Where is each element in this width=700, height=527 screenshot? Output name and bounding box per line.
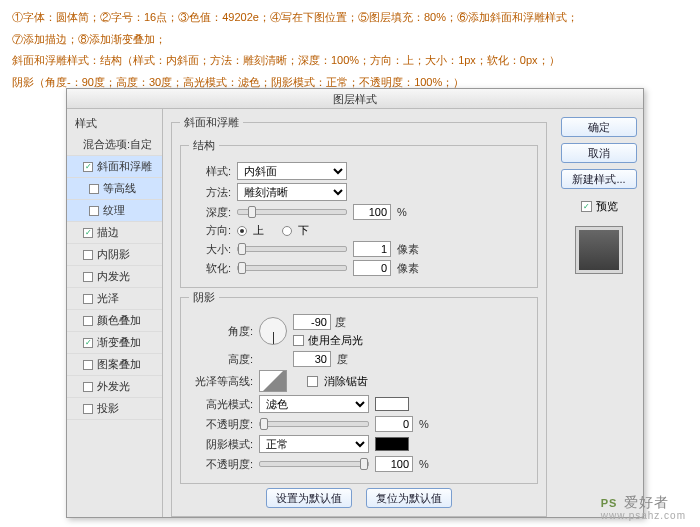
gloss-label: 光泽等高线: <box>189 374 253 389</box>
watermark: PS 爱好者 www.psahz.com <box>601 489 686 521</box>
angle-dial[interactable] <box>259 317 287 345</box>
sidebar-item-texture[interactable]: 纹理 <box>67 200 162 222</box>
sidebar-item-dropshadow[interactable]: 投影 <box>67 398 162 420</box>
checkbox-icon[interactable]: ✓ <box>83 338 93 348</box>
dialog-buttons: 确定 取消 新建样式... ✓ 预览 <box>555 109 643 517</box>
sidebar-item-coloroverlay[interactable]: 颜色叠加 <box>67 310 162 332</box>
method-label: 方法: <box>189 185 231 200</box>
checkbox-icon[interactable] <box>83 272 93 282</box>
sidebar-item-satin[interactable]: 光泽 <box>67 288 162 310</box>
size-label: 大小: <box>189 242 231 257</box>
sidebar-item-contour[interactable]: 等高线 <box>67 178 162 200</box>
angle-label: 角度: <box>189 324 253 339</box>
cancel-button[interactable]: 取消 <box>561 143 637 163</box>
direction-up-radio[interactable] <box>237 226 247 236</box>
checkbox-icon[interactable] <box>83 404 93 414</box>
new-style-button[interactable]: 新建样式... <box>561 169 637 189</box>
sidebar-item-gradientoverlay[interactable]: ✓渐变叠加 <box>67 332 162 354</box>
sidebar-item-innershadow[interactable]: 内阴影 <box>67 244 162 266</box>
structure-legend: 结构 <box>189 138 219 153</box>
highlight-opacity-input[interactable] <box>375 416 413 432</box>
style-select[interactable]: 内斜面 <box>237 162 347 180</box>
direction-label: 方向: <box>189 223 231 238</box>
checkbox-icon[interactable] <box>83 250 93 260</box>
checkbox-icon[interactable] <box>83 316 93 326</box>
checkbox-icon[interactable] <box>83 294 93 304</box>
highlight-color-swatch[interactable] <box>375 397 409 411</box>
note-line-1: ①字体：圆体简；②字号：16点；③色值：49202e；④写在下图位置；⑤图层填充… <box>12 9 688 27</box>
ok-button[interactable]: 确定 <box>561 117 637 137</box>
soften-slider[interactable] <box>237 265 347 271</box>
depth-input[interactable] <box>353 204 391 220</box>
sidebar-item-patternoverlay[interactable]: 图案叠加 <box>67 354 162 376</box>
sidebar-header: 样式 <box>67 113 162 134</box>
sidebar-blend-options[interactable]: 混合选项:自定 <box>67 134 162 156</box>
shadow-opacity-input[interactable] <box>375 456 413 472</box>
highlight-mode-select[interactable]: 滤色 <box>259 395 369 413</box>
reset-default-button[interactable]: 复位为默认值 <box>366 488 452 508</box>
checkbox-icon[interactable] <box>89 206 99 216</box>
highlight-mode-label: 高光模式: <box>189 397 253 412</box>
size-slider[interactable] <box>237 246 347 252</box>
angle-input[interactable] <box>293 314 331 330</box>
soften-input[interactable] <box>353 260 391 276</box>
note-line-3: 斜面和浮雕样式：结构（样式：内斜面；方法：雕刻清晰；深度：100%；方向：上；大… <box>12 52 688 70</box>
sidebar-item-outerglow[interactable]: 外发光 <box>67 376 162 398</box>
preview-label: 预览 <box>596 199 618 214</box>
shadow-mode-label: 阴影模式: <box>189 437 253 452</box>
style-label: 样式: <box>189 164 231 179</box>
checkbox-icon[interactable] <box>89 184 99 194</box>
checkbox-icon[interactable]: ✓ <box>83 162 93 172</box>
sidebar-item-bevel[interactable]: ✓斜面和浮雕 <box>67 156 162 178</box>
altitude-label: 高度: <box>189 352 253 367</box>
note-line-2: ⑦添加描边；⑧添加渐变叠加； <box>12 31 688 49</box>
highlight-opacity-slider[interactable] <box>259 421 369 427</box>
checkbox-icon[interactable] <box>83 360 93 370</box>
sidebar-item-innerglow[interactable]: 内发光 <box>67 266 162 288</box>
shadow-opacity-label: 不透明度: <box>189 457 253 472</box>
shadow-mode-select[interactable]: 正常 <box>259 435 369 453</box>
method-select[interactable]: 雕刻清晰 <box>237 183 347 201</box>
preview-checkbox[interactable]: ✓ <box>581 201 592 212</box>
shadow-opacity-slider[interactable] <box>259 461 369 467</box>
main-panel: 斜面和浮雕 结构 样式: 内斜面 方法: 雕刻清晰 深度: <box>163 109 555 517</box>
global-light-checkbox[interactable] <box>293 335 304 346</box>
depth-slider[interactable] <box>237 209 347 215</box>
size-input[interactable] <box>353 241 391 257</box>
depth-label: 深度: <box>189 205 231 220</box>
bevel-fieldset: 斜面和浮雕 结构 样式: 内斜面 方法: 雕刻清晰 深度: <box>171 115 547 517</box>
layer-style-dialog: 图层样式 样式 混合选项:自定 ✓斜面和浮雕 等高线 纹理 ✓描边 内阴影 内发… <box>66 88 644 518</box>
shading-fieldset: 阴影 角度: 度 使用全局光 <box>180 290 538 484</box>
instruction-notes: ①字体：圆体简；②字号：16点；③色值：49202e；④写在下图位置；⑤图层填充… <box>0 0 700 101</box>
soften-label: 软化: <box>189 261 231 276</box>
structure-fieldset: 结构 样式: 内斜面 方法: 雕刻清晰 深度: % <box>180 138 538 288</box>
direction-down-radio[interactable] <box>282 226 292 236</box>
altitude-input[interactable] <box>293 351 331 367</box>
dialog-title: 图层样式 <box>67 89 643 109</box>
preview-swatch <box>575 226 623 274</box>
sidebar-item-stroke[interactable]: ✓描边 <box>67 222 162 244</box>
bevel-legend: 斜面和浮雕 <box>180 115 243 130</box>
shadow-color-swatch[interactable] <box>375 437 409 451</box>
gloss-contour-picker[interactable] <box>259 370 287 392</box>
highlight-opacity-label: 不透明度: <box>189 417 253 432</box>
antialias-checkbox[interactable] <box>307 376 318 387</box>
checkbox-icon[interactable]: ✓ <box>83 228 93 238</box>
styles-sidebar: 样式 混合选项:自定 ✓斜面和浮雕 等高线 纹理 ✓描边 内阴影 内发光 光泽 … <box>67 109 163 517</box>
shading-legend: 阴影 <box>189 290 219 305</box>
set-default-button[interactable]: 设置为默认值 <box>266 488 352 508</box>
checkbox-icon[interactable] <box>83 382 93 392</box>
